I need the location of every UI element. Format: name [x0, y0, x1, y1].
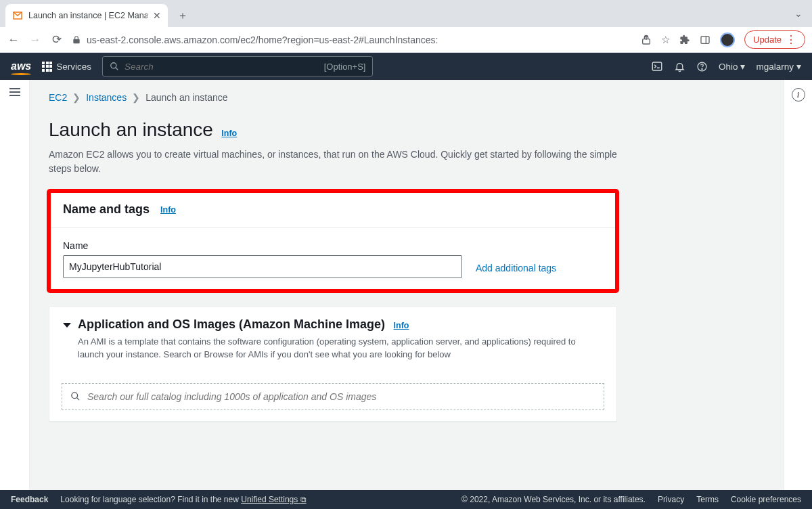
search-icon	[110, 62, 119, 71]
caret-down-icon: ▾	[796, 61, 801, 72]
left-rail	[0, 80, 30, 490]
terms-link[interactable]: Terms	[696, 495, 719, 504]
reload-button[interactable]: ⟳	[50, 32, 64, 47]
feedback-link[interactable]: Feedback	[11, 495, 48, 504]
search-icon	[70, 391, 81, 401]
forward-button: →	[28, 33, 42, 47]
user-menu[interactable]: mgalarny ▾	[756, 61, 801, 72]
svg-line-5	[116, 68, 118, 70]
hamburger-icon[interactable]	[9, 88, 20, 490]
svg-point-4	[111, 63, 116, 68]
bell-icon[interactable]	[674, 61, 685, 72]
aws-search-input[interactable]	[125, 62, 319, 72]
svg-rect-2	[701, 36, 709, 43]
extensions-icon[interactable]	[679, 35, 690, 45]
help-icon[interactable]	[696, 61, 708, 72]
info-circle-icon[interactable]: i	[792, 88, 805, 102]
url-text: us-east-2.console.aws.amazon.com/ec2/hom…	[87, 35, 438, 45]
privacy-link[interactable]: Privacy	[658, 495, 684, 504]
instance-name-input[interactable]	[63, 255, 462, 278]
breadcrumb-current: Launch an instance	[145, 92, 227, 103]
breadcrumb-ec2[interactable]: EC2	[49, 92, 67, 103]
main-content: EC2 ❯ Instances ❯ Launch an instance Lau…	[30, 80, 784, 490]
name-and-tags-panel: Name and tags Info Name Add additional t…	[49, 191, 617, 291]
svg-point-9	[72, 393, 78, 399]
tab-title: Launch an instance | EC2 Mana	[28, 11, 148, 20]
star-icon[interactable]: ☆	[661, 34, 670, 46]
add-tags-link[interactable]: Add additional tags	[476, 263, 556, 278]
chevron-right-icon: ❯	[132, 92, 140, 103]
chevron-right-icon: ❯	[72, 92, 81, 103]
ami-description: An AMI is a template that contains the s…	[78, 336, 579, 361]
browser-tab-bar: Launch an instance | EC2 Mana ✕ ＋ ⌄	[0, 0, 812, 27]
aws-logo[interactable]: aws	[11, 60, 31, 72]
page-title: Launch an instance	[49, 119, 213, 140]
aws-favicon-icon	[12, 10, 23, 21]
menu-dots-icon: ⋮	[786, 33, 796, 46]
cookies-link[interactable]: Cookie preferences	[731, 495, 801, 504]
name-field-label: Name	[63, 240, 462, 251]
panel-icon[interactable]	[700, 35, 710, 45]
breadcrumb-instances[interactable]: Instances	[86, 92, 127, 103]
info-link[interactable]: Info	[394, 321, 409, 330]
ami-search-input[interactable]	[87, 391, 595, 402]
ami-search[interactable]	[62, 383, 604, 410]
info-link[interactable]: Info	[221, 129, 237, 138]
footer-copyright: © 2022, Amazon Web Services, Inc. or its…	[461, 495, 646, 504]
browser-tab[interactable]: Launch an instance | EC2 Mana ✕	[5, 4, 168, 27]
panel-title: Application and OS Images (Amazon Machin…	[78, 317, 385, 331]
ami-panel: Application and OS Images (Amazon Machin…	[49, 306, 617, 422]
footer-lang-prompt: Looking for language selection? Find it …	[60, 495, 306, 504]
lock-icon	[72, 35, 81, 45]
update-button[interactable]: Update ⋮	[744, 30, 805, 49]
external-link-icon: ⧉	[300, 495, 307, 504]
caret-down-icon: ▾	[740, 61, 745, 72]
new-tab-button[interactable]: ＋	[173, 6, 192, 25]
collapse-caret-icon[interactable]	[63, 323, 71, 328]
page-description: Amazon EC2 allows you to create virtual …	[49, 148, 617, 176]
search-shortcut: [Option+S]	[324, 62, 366, 72]
profile-avatar[interactable]	[720, 32, 735, 47]
panel-title: Name and tags	[63, 202, 150, 217]
unified-settings-link[interactable]: Unified Settings ⧉	[241, 495, 306, 504]
back-button[interactable]: ←	[7, 33, 20, 47]
close-icon[interactable]: ✕	[153, 10, 161, 21]
right-rail: i	[784, 80, 812, 490]
cloudshell-icon[interactable]	[651, 60, 663, 72]
aws-footer: Feedback Looking for language selection?…	[0, 490, 812, 509]
svg-line-10	[76, 398, 79, 401]
aws-top-nav: aws Services [Option+S] Ohio ▾ mgalarny …	[0, 53, 812, 80]
browser-address-bar: ← → ⟳ us-east-2.console.aws.amazon.com/e…	[0, 27, 812, 53]
svg-point-8	[702, 68, 702, 69]
breadcrumb: EC2 ❯ Instances ❯ Launch an instance	[49, 92, 765, 103]
svg-rect-6	[652, 62, 662, 70]
share-icon[interactable]	[641, 35, 652, 45]
address-field[interactable]: us-east-2.console.aws.amazon.com/ec2/hom…	[72, 35, 633, 45]
services-grid-icon	[42, 62, 52, 72]
region-selector[interactable]: Ohio ▾	[719, 61, 746, 72]
tabs-overflow-icon[interactable]: ⌄	[794, 8, 803, 19]
aws-search[interactable]: [Option+S]	[102, 56, 373, 76]
info-link[interactable]: Info	[160, 205, 176, 215]
services-menu[interactable]: Services	[42, 62, 91, 72]
